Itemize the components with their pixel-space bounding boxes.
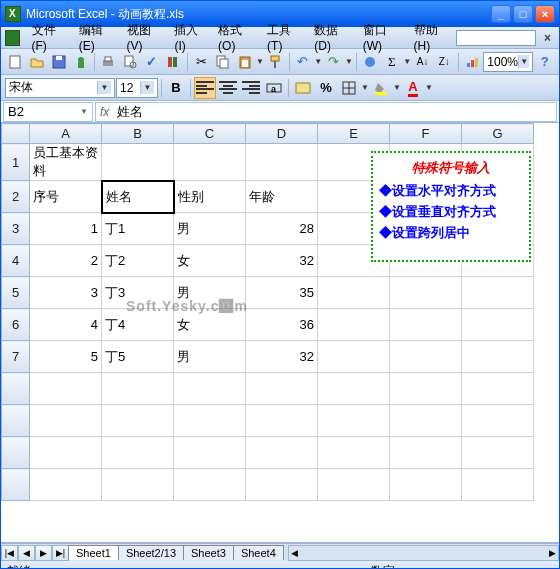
col-header-C[interactable]: C: [174, 124, 246, 144]
cut-icon[interactable]: ✂: [191, 51, 212, 73]
menu-help[interactable]: 帮助(H): [408, 20, 456, 55]
row-header-blank[interactable]: [2, 405, 30, 437]
hyperlink-icon[interactable]: [360, 51, 381, 73]
cell-E7[interactable]: [318, 341, 390, 373]
fill-color-dropdown-icon[interactable]: ▼: [393, 83, 401, 92]
sheet-tab-sheet3[interactable]: Sheet3: [183, 545, 234, 560]
col-header-B[interactable]: B: [102, 124, 174, 144]
cell-B7[interactable]: 丁5: [102, 341, 174, 373]
cell-G7[interactable]: [462, 341, 534, 373]
undo-dropdown-icon[interactable]: ▼: [314, 57, 322, 66]
cell[interactable]: [102, 373, 174, 405]
sheet-tab-sheet4[interactable]: Sheet4: [233, 545, 284, 560]
cell[interactable]: [174, 405, 246, 437]
print-preview-icon[interactable]: [120, 51, 141, 73]
menu-file[interactable]: 文件(F): [26, 20, 73, 55]
menu-insert[interactable]: 插入(I): [168, 20, 212, 55]
menu-edit[interactable]: 编辑(E): [73, 20, 121, 55]
cell[interactable]: [462, 373, 534, 405]
cell[interactable]: [102, 437, 174, 469]
cell-F5[interactable]: [390, 277, 462, 309]
cell-D5[interactable]: 35: [246, 277, 318, 309]
cell-A1[interactable]: 员工基本资料: [30, 144, 102, 181]
cell[interactable]: [30, 373, 102, 405]
cell[interactable]: [102, 405, 174, 437]
cell[interactable]: [390, 469, 462, 501]
sort-asc-icon[interactable]: A↓: [412, 51, 433, 73]
maximize-button[interactable]: □: [513, 5, 533, 23]
sheet-tab-sheet1[interactable]: Sheet1: [68, 545, 119, 560]
cell[interactable]: [318, 373, 390, 405]
cell[interactable]: [174, 373, 246, 405]
cell[interactable]: [462, 437, 534, 469]
cell[interactable]: [390, 437, 462, 469]
copy-icon[interactable]: [212, 51, 233, 73]
menu-view[interactable]: 视图(V): [121, 20, 169, 55]
cell[interactable]: [462, 469, 534, 501]
row-header-4[interactable]: 4: [2, 245, 30, 277]
row-header-blank[interactable]: [2, 373, 30, 405]
cell-G5[interactable]: [462, 277, 534, 309]
font-name-combo[interactable]: 宋体▼: [5, 78, 115, 98]
paste-dropdown-icon[interactable]: ▼: [256, 57, 264, 66]
open-icon[interactable]: [27, 51, 48, 73]
cell-A7[interactable]: 5: [30, 341, 102, 373]
cell-A4[interactable]: 2: [30, 245, 102, 277]
row-header-7[interactable]: 7: [2, 341, 30, 373]
menu-tools[interactable]: 工具(T): [261, 20, 308, 55]
cell[interactable]: [462, 405, 534, 437]
cell-D7[interactable]: 32: [246, 341, 318, 373]
zoom-combo[interactable]: 100%▼: [483, 52, 533, 72]
cell-E6[interactable]: [318, 309, 390, 341]
row-header-2[interactable]: 2: [2, 181, 30, 213]
align-center-button[interactable]: [217, 77, 239, 99]
cell[interactable]: [102, 469, 174, 501]
close-button[interactable]: ×: [535, 5, 555, 23]
menu-format[interactable]: 格式(O): [212, 20, 261, 55]
cell[interactable]: [318, 405, 390, 437]
cell[interactable]: [174, 437, 246, 469]
paste-icon[interactable]: [234, 51, 255, 73]
redo-icon[interactable]: ↷: [323, 51, 344, 73]
borders-dropdown-icon[interactable]: ▼: [361, 83, 369, 92]
cell[interactable]: [30, 469, 102, 501]
cell-D3[interactable]: 28: [246, 213, 318, 245]
spelling-icon[interactable]: ✓: [141, 51, 162, 73]
horizontal-scrollbar[interactable]: ◀▶: [288, 545, 559, 561]
currency-button[interactable]: [292, 77, 314, 99]
tab-nav-prev-icon[interactable]: ◀: [18, 545, 35, 561]
name-box[interactable]: B2▼: [3, 102, 93, 122]
cell-A5[interactable]: 3: [30, 277, 102, 309]
merge-center-button[interactable]: a: [263, 77, 285, 99]
workbook-close-button[interactable]: ×: [540, 29, 555, 47]
cell-A6[interactable]: 4: [30, 309, 102, 341]
cell[interactable]: [390, 373, 462, 405]
cell[interactable]: [246, 405, 318, 437]
help-icon[interactable]: ?: [534, 51, 555, 73]
select-all-corner[interactable]: [2, 124, 30, 144]
excel-doc-icon[interactable]: [5, 30, 20, 46]
tab-nav-first-icon[interactable]: |◀: [1, 545, 18, 561]
cell[interactable]: [30, 437, 102, 469]
worksheet-grid[interactable]: A B C D E F G 1 员工基本资料 2 序号姓名性别年龄 3 1丁1男…: [1, 123, 559, 543]
row-header-blank[interactable]: [2, 469, 30, 501]
col-header-D[interactable]: D: [246, 124, 318, 144]
research-icon[interactable]: [163, 51, 184, 73]
cell-E5[interactable]: [318, 277, 390, 309]
autosum-icon[interactable]: Σ: [382, 51, 403, 73]
cell-D6[interactable]: 36: [246, 309, 318, 341]
cell-C4[interactable]: 女: [174, 245, 246, 277]
cell-F6[interactable]: [390, 309, 462, 341]
col-header-E[interactable]: E: [318, 124, 390, 144]
save-icon[interactable]: [48, 51, 69, 73]
font-color-dropdown-icon[interactable]: ▼: [425, 83, 433, 92]
col-header-F[interactable]: F: [390, 124, 462, 144]
fx-icon[interactable]: fx: [100, 105, 109, 119]
row-header-3[interactable]: 3: [2, 213, 30, 245]
cell-F7[interactable]: [390, 341, 462, 373]
cell-G6[interactable]: [462, 309, 534, 341]
cell-B2[interactable]: 姓名: [102, 181, 174, 213]
menu-data[interactable]: 数据(D): [308, 20, 356, 55]
sort-desc-icon[interactable]: Z↓: [434, 51, 455, 73]
chevron-down-icon[interactable]: ▼: [518, 55, 529, 68]
